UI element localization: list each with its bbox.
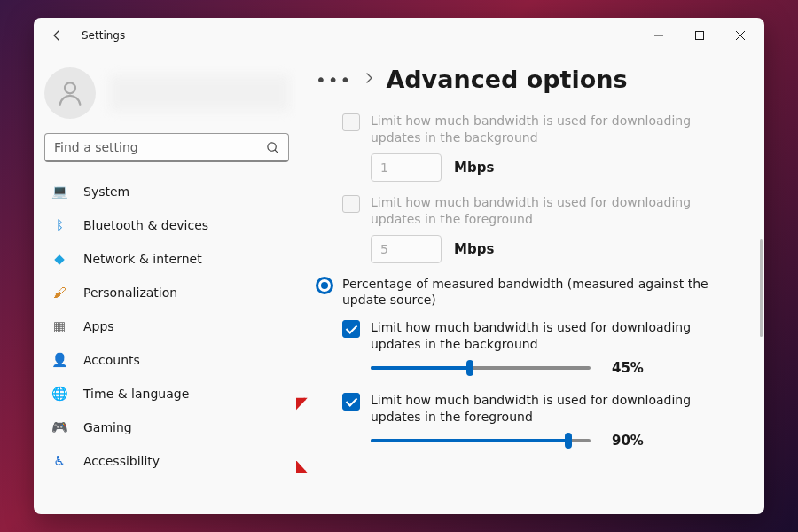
search-field[interactable]: [44, 133, 289, 162]
sidebar-item-label: Gaming: [83, 420, 132, 434]
sidebar-item-time-language[interactable]: 🌐Time & language: [41, 377, 293, 411]
value-pct-bg: 45%: [612, 360, 651, 376]
checkbox-pct-fg[interactable]: [342, 393, 360, 411]
personalization-icon: 🖌: [51, 285, 67, 301]
checkbox-absolute-bg: [342, 113, 360, 131]
bluetooth-icon: ᛒ: [51, 217, 67, 233]
label-pct-fg: Limit how much bandwidth is used for dow…: [371, 392, 743, 426]
window-controls: [638, 21, 761, 50]
label-absolute-bg: Limit how much bandwidth is used for dow…: [371, 113, 743, 146]
sidebar-item-accessibility[interactable]: ♿Accessibility: [41, 444, 293, 478]
titlebar: Settings: [34, 18, 764, 53]
close-button[interactable]: [720, 21, 761, 50]
back-button[interactable]: [44, 23, 69, 48]
input-absolute-bg-mbps: [371, 153, 442, 182]
accessibility-icon: ♿: [51, 453, 67, 469]
sidebar-item-accounts[interactable]: 👤Accounts: [41, 343, 293, 377]
page-title: Advanced options: [386, 66, 627, 93]
sidebar-item-label: Accessibility: [83, 454, 160, 468]
sidebar-item-label: System: [83, 184, 129, 199]
gaming-icon: 🎮: [51, 419, 67, 435]
app-title: Settings: [82, 29, 125, 42]
network-icon: ◆: [51, 251, 67, 267]
system-icon: 💻: [51, 184, 67, 200]
unit-mbps: Mbps: [454, 241, 494, 257]
apps-icon: ▦: [51, 318, 67, 334]
sidebar-item-label: Accounts: [83, 353, 140, 367]
chevron-right-icon: [364, 71, 373, 88]
breadcrumb: ••• Advanced options: [316, 66, 743, 93]
sidebar-item-apps[interactable]: ▦Apps: [41, 309, 293, 343]
radio-percentage-mode[interactable]: [316, 277, 333, 294]
svg-point-1: [65, 82, 75, 93]
svg-rect-0: [696, 32, 704, 40]
input-absolute-fg-mbps: [371, 235, 442, 263]
content-pane: ••• Advanced options Limit how much band…: [296, 53, 764, 514]
accounts-icon: 👤: [51, 352, 67, 368]
sidebar-item-system[interactable]: 💻System: [41, 175, 293, 208]
value-pct-fg: 90%: [612, 433, 651, 449]
slider-pct-bg[interactable]: [371, 360, 591, 376]
label-percentage-mode: Percentage of measured bandwidth (measur…: [342, 276, 743, 309]
sidebar: 💻SystemᛒBluetooth & devices◆Network & in…: [34, 53, 296, 514]
minimize-button[interactable]: [638, 21, 679, 50]
slider-thumb[interactable]: [565, 433, 572, 449]
profile-block[interactable]: [41, 60, 293, 133]
unit-mbps: Mbps: [454, 160, 494, 176]
scrollbar[interactable]: [760, 239, 763, 337]
sidebar-item-label: Network & internet: [83, 252, 202, 266]
time-icon: 🌐: [51, 386, 67, 402]
sidebar-item-label: Apps: [83, 319, 114, 333]
checkbox-pct-bg[interactable]: [342, 320, 360, 338]
slider-pct-fg[interactable]: [371, 433, 591, 449]
sidebar-item-label: Bluetooth & devices: [83, 218, 208, 232]
search-input[interactable]: [54, 140, 266, 154]
sidebar-item-personalization[interactable]: 🖌Personalization: [41, 276, 293, 309]
sidebar-item-bluetooth-devices[interactable]: ᛒBluetooth & devices: [41, 208, 293, 242]
label-absolute-fg: Limit how much bandwidth is used for dow…: [371, 194, 743, 228]
label-pct-bg: Limit how much bandwidth is used for dow…: [371, 319, 743, 353]
maximize-button[interactable]: [679, 21, 720, 50]
avatar: [44, 67, 96, 119]
scroll-area[interactable]: ••• Advanced options Limit how much band…: [296, 55, 755, 514]
sidebar-item-gaming[interactable]: 🎮Gaming: [41, 411, 293, 444]
slider-thumb[interactable]: [466, 360, 473, 376]
checkbox-absolute-fg: [342, 195, 360, 213]
svg-point-2: [268, 142, 276, 150]
search-icon: [266, 141, 279, 154]
nav-list: 💻SystemᛒBluetooth & devices◆Network & in…: [41, 175, 293, 478]
sidebar-item-label: Personalization: [83, 286, 177, 300]
settings-window: Settings 💻SystemᛒBluetooth & devices◆N: [34, 18, 764, 514]
breadcrumb-ellipsis[interactable]: •••: [316, 69, 352, 90]
sidebar-item-label: Time & language: [83, 387, 189, 401]
profile-name: [110, 75, 289, 111]
sidebar-item-network-internet[interactable]: ◆Network & internet: [41, 242, 293, 276]
